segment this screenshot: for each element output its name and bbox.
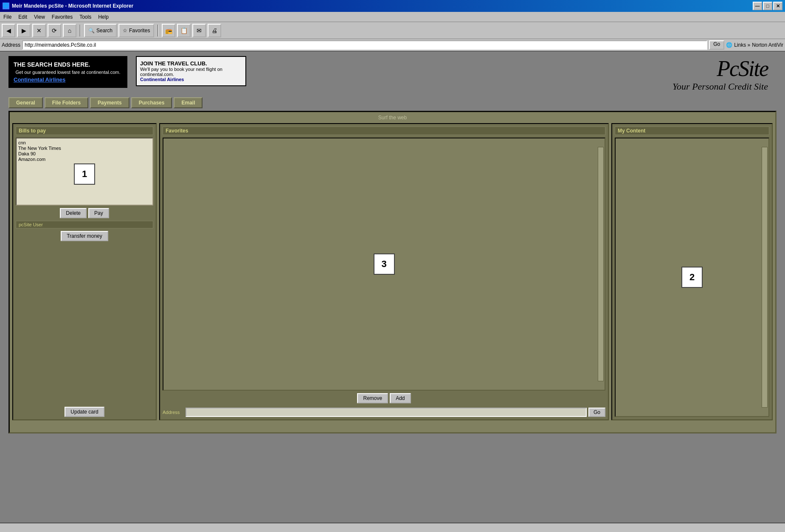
favorites-btn-row: Remove Add (163, 393, 605, 403)
bill-item-3[interactable]: Daka 90 (18, 151, 151, 156)
mail-button[interactable]: ✉ (192, 24, 206, 37)
col-bills: Bills to pay cnn The New York Times Daka… (12, 123, 157, 420)
search-label: Search (96, 28, 113, 34)
history-button[interactable]: 📋 (177, 24, 191, 37)
add-button[interactable]: Add (390, 393, 411, 403)
favorites-number-box: 3 (374, 253, 395, 275)
favorites-scrollbar-v[interactable] (598, 147, 604, 381)
mycontent-header: My Content (615, 127, 769, 135)
menu-help[interactable]: Help (98, 14, 109, 20)
update-btn-row: Update card (16, 407, 153, 417)
ad2-title: JOIN THE TRAVEL CLUB. (140, 60, 242, 67)
bills-list[interactable]: cnn The New York Times Daka 90 Amazon.co… (16, 138, 153, 205)
search-button[interactable]: 🔍 Search (84, 24, 117, 37)
title-bar: 🌐 Meir Mandeles pcSite - Microsoft Inter… (0, 0, 785, 12)
title-bar-controls: — □ ✕ (753, 2, 782, 10)
ad-banner-1[interactable]: THE SEARCH ENDS HERE. Get our guaranteed… (8, 56, 127, 88)
window-title: Meir Mandeles pcSite - Microsoft Interne… (12, 3, 133, 9)
bills-header: Bills to pay (16, 127, 153, 135)
home-button[interactable]: ⌂ (63, 24, 76, 37)
center-go-button[interactable]: Go (588, 408, 605, 417)
print-button[interactable]: 🖨 (208, 24, 221, 37)
favorites-icon: ☆ (123, 28, 127, 34)
ad2-sub: We'll pay you to book your next flight o… (140, 67, 242, 77)
toolbar: ◀ ▶ ✕ ⟳ ⌂ 🔍 Search ☆ Favorites 📻 📋 ✉ 🖨 (0, 22, 785, 39)
go-icon: 🌐 (726, 42, 732, 48)
tab-payments[interactable]: Payments (90, 97, 129, 108)
pcsite-user-label: pcSite User (16, 221, 153, 228)
transfer-money-button[interactable]: Transfer money (61, 231, 108, 241)
links-label: Links » (734, 42, 750, 48)
refresh-button[interactable]: ⟳ (48, 24, 61, 37)
columns: Bills to pay cnn The New York Times Daka… (12, 123, 773, 420)
mycontent-number-box: 2 (681, 267, 703, 288)
ad1-brand: Continental Airlines (14, 76, 122, 83)
address-bar-right: Go 🌐 Links » Norton AntiVir (709, 40, 783, 50)
pay-button[interactable]: Pay (88, 208, 109, 218)
bill-number-box: 1 (74, 163, 95, 185)
back-button[interactable]: ◀ (2, 24, 15, 37)
go-button[interactable]: Go (709, 40, 724, 50)
maximize-button[interactable]: □ (763, 2, 772, 10)
ad1-title: THE SEARCH ENDS HERE. (14, 61, 122, 68)
menu-bar: File Edit View Favorites Tools Help (0, 12, 785, 22)
center-address-label: Address (163, 410, 184, 415)
favorites-label: Favorites (129, 28, 150, 34)
center-address-input[interactable] (186, 408, 587, 417)
bill-item-4[interactable]: Amazon.com (18, 157, 151, 162)
favorites-header: Favorites (163, 127, 605, 135)
remove-button[interactable]: Remove (357, 393, 388, 403)
logo-name: PcSite (255, 56, 768, 81)
tab-purchases[interactable]: Purchases (131, 97, 172, 108)
status-bar (0, 523, 785, 532)
mycontent-number: 2 (689, 272, 695, 283)
ad2-brand: Continental Airlines (140, 77, 242, 82)
tab-file-folders[interactable]: File Folders (45, 97, 88, 108)
bill-number: 1 (82, 169, 87, 180)
stop-button[interactable]: ✕ (32, 24, 46, 37)
menu-tools[interactable]: Tools (79, 14, 91, 20)
bill-item-2[interactable]: The New York Times (18, 146, 151, 151)
minimize-button[interactable]: — (753, 2, 762, 10)
menu-view[interactable]: View (34, 14, 45, 20)
norton-label: Norton AntiVir (752, 42, 783, 48)
col-mycontent: My Content 2 (611, 123, 773, 420)
favorites-panel: 3 (163, 138, 605, 391)
tab-general[interactable]: General (8, 97, 43, 108)
menu-favorites[interactable]: Favorites (52, 14, 73, 20)
browser-icon: 🌐 (3, 3, 9, 9)
mycontent-panel: 2 (615, 138, 769, 417)
mycontent-scrollbar-v[interactable] (762, 147, 768, 408)
search-icon: 🔍 (88, 28, 95, 34)
center-address-row: Address Go (163, 408, 605, 417)
media-button[interactable]: 📻 (162, 24, 175, 37)
bill-btn-row: Delete Pay (16, 208, 153, 218)
address-label: Address (2, 42, 20, 48)
menu-edit[interactable]: Edit (18, 14, 27, 20)
ad-banner-2[interactable]: JOIN THE TRAVEL CLUB. We'll pay you to b… (136, 56, 246, 86)
delete-button[interactable]: Delete (60, 208, 87, 218)
address-input[interactable] (22, 40, 707, 50)
close-button[interactable]: ✕ (773, 2, 782, 10)
toolbar-separator-2 (158, 25, 158, 37)
main-panel: Surf the web Bills to pay cnn The New Yo… (8, 111, 777, 433)
favorites-button[interactable]: ☆ Favorites (118, 24, 154, 37)
menu-file[interactable]: File (3, 14, 11, 20)
page-content: THE SEARCH ENDS HERE. Get our guaranteed… (0, 52, 785, 532)
forward-button[interactable]: ▶ (17, 24, 31, 37)
col-favorites: Favorites 3 Remove Add Address Go (159, 123, 609, 420)
nav-tabs: General File Folders Payments Purchases … (8, 97, 777, 108)
favorites-number: 3 (381, 259, 386, 270)
ad1-sub: Get our guaranteed lowest fare at contin… (14, 70, 122, 75)
update-card-button[interactable]: Update card (65, 407, 104, 417)
logo-area: PcSite Your Personal Credit Site (255, 56, 777, 92)
tab-email[interactable]: Email (174, 97, 203, 108)
surf-header: Surf the web (12, 115, 773, 121)
toolbar-separator-1 (80, 25, 81, 37)
logo-subtitle: Your Personal Credit Site (255, 81, 768, 92)
transfer-btn-row: Transfer money (16, 231, 153, 241)
bill-item-1[interactable]: cnn (18, 140, 151, 145)
banner-area: THE SEARCH ENDS HERE. Get our guaranteed… (8, 56, 777, 92)
title-bar-left: 🌐 Meir Mandeles pcSite - Microsoft Inter… (3, 3, 133, 9)
address-bar: Address Go 🌐 Links » Norton AntiVir (0, 39, 785, 52)
